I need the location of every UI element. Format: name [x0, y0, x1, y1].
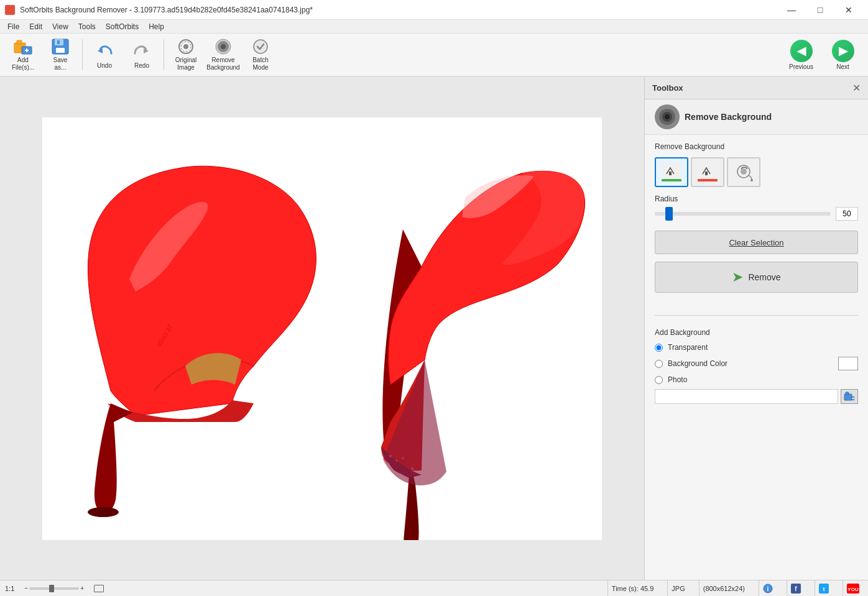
zoom-indicator: 1:1	[5, 585, 14, 592]
menu-edit[interactable]: Edit	[24, 20, 47, 34]
minimize-button[interactable]: —	[777, 0, 806, 20]
share-facebook-button[interactable]: f	[787, 580, 805, 596]
svg-point-38	[741, 168, 747, 175]
save-as-label: Save as...	[53, 57, 68, 71]
menu-help[interactable]: Help	[144, 20, 169, 34]
svg-rect-35	[698, 179, 718, 181]
remove-background-button[interactable]: Remove Background	[205, 35, 241, 74]
zoom-plus-button[interactable]: +	[80, 585, 84, 592]
photo-radio[interactable]	[655, 376, 663, 384]
original-image-icon	[176, 38, 196, 55]
dimensions-status: (800x612x24)	[699, 580, 749, 596]
photo-path-row	[655, 389, 858, 404]
zoom-track[interactable]	[29, 587, 79, 590]
remove-arrow-icon: ➤	[732, 269, 743, 285]
background-color-option: Background Color	[655, 357, 858, 370]
previous-button[interactable]: ◀ Previous	[781, 35, 821, 74]
radius-value: 50	[836, 207, 858, 221]
photo-label[interactable]: Photo	[668, 375, 687, 384]
radius-slider[interactable]	[655, 212, 831, 216]
photo-path-input[interactable]	[655, 389, 838, 404]
close-button[interactable]: ✕	[834, 0, 863, 20]
remove-bg-label: Remove Background	[206, 57, 239, 71]
section-divider	[655, 315, 858, 316]
svg-point-19	[88, 507, 119, 517]
auto-remove-button[interactable]	[727, 157, 760, 187]
svg-point-12	[183, 44, 188, 49]
toolbox-close-button[interactable]: ✕	[852, 82, 861, 94]
canvas-image: 40/43 37	[42, 117, 602, 540]
toolbox-header: Toolbox ✕	[645, 77, 868, 99]
title-bar: SoftOrbits Background Remover - 3.109773…	[0, 0, 868, 20]
maximize-button[interactable]: □	[806, 0, 834, 20]
remove-bg-toolbar-icon	[213, 38, 233, 55]
svg-rect-8	[57, 40, 60, 44]
zoom-ratio: 1:1	[5, 585, 14, 592]
remove-button[interactable]: ➤ Remove	[655, 262, 858, 293]
transparent-label[interactable]: Transparent	[668, 343, 708, 352]
next-label: Next	[836, 63, 849, 70]
redo-button[interactable]: Redo	[124, 35, 160, 74]
background-color-radio[interactable]	[655, 360, 663, 368]
svg-rect-33	[698, 163, 718, 179]
remove-background-section-header: Remove Background	[645, 99, 868, 135]
time-status: Time (s): 45.9	[607, 580, 657, 596]
menu-softorbits[interactable]: SoftOrbits	[101, 20, 144, 34]
red-brush-button[interactable]	[691, 157, 724, 187]
toolbox-title: Toolbox	[652, 83, 683, 93]
original-image-label: Original Image	[175, 57, 196, 71]
zoom-minus-button[interactable]: −	[24, 585, 28, 592]
toolbar-sep-2	[164, 39, 164, 70]
slider-thumb[interactable]	[665, 207, 673, 221]
svg-rect-1	[17, 40, 22, 44]
menu-view[interactable]: View	[47, 20, 73, 34]
undo-icon	[95, 41, 114, 61]
share-youtube-button[interactable]: YOU	[843, 580, 863, 596]
previous-label: Previous	[789, 63, 813, 70]
add-files-button[interactable]: Add File(s)...	[5, 35, 41, 74]
menu-file[interactable]: File	[2, 20, 24, 34]
svg-point-39	[750, 179, 753, 181]
remove-background-heading: Remove Background	[685, 112, 772, 122]
green-brush-button[interactable]	[655, 157, 688, 187]
info-button[interactable]: i	[759, 580, 777, 596]
app-icon	[5, 5, 15, 15]
radius-section: Radius 50	[655, 195, 858, 221]
svg-point-17	[254, 40, 267, 53]
svg-text:t: t	[823, 586, 825, 592]
remove-background-tool-icon	[655, 104, 680, 129]
svg-point-29	[665, 114, 670, 119]
transparent-radio[interactable]	[655, 344, 663, 352]
previous-icon: ◀	[790, 40, 813, 62]
save-as-button[interactable]: Save as...	[42, 35, 78, 74]
svg-rect-34	[705, 172, 708, 175]
background-color-label[interactable]: Background Color	[668, 359, 727, 368]
color-swatch[interactable]	[838, 357, 858, 370]
format-status: JPG	[667, 580, 688, 596]
batch-mode-button[interactable]: Batch Mode	[242, 35, 279, 74]
clear-selection-button[interactable]: Clear Selection	[655, 231, 858, 254]
share-twitter-button[interactable]: t	[815, 580, 833, 596]
svg-rect-31	[669, 172, 672, 175]
undo-button[interactable]: Undo	[86, 35, 122, 74]
menu-tools[interactable]: Tools	[73, 20, 101, 34]
original-image-button[interactable]: Original Image	[168, 35, 204, 74]
next-icon: ▶	[832, 40, 854, 62]
next-button[interactable]: ▶ Next	[823, 35, 863, 74]
add-background-title: Add Background	[655, 328, 858, 337]
zoom-thumb[interactable]	[49, 585, 54, 592]
main-content: 40/43 37	[0, 77, 868, 580]
toolbox-panel: Toolbox ✕ Remove Background Remove Backg…	[644, 77, 868, 580]
svg-rect-32	[662, 179, 681, 181]
zoom-slider-container: − +	[24, 585, 84, 592]
radius-label: Radius	[655, 195, 858, 203]
canvas-area[interactable]: 40/43 37	[0, 77, 644, 580]
fit-view-icon[interactable]	[94, 585, 104, 592]
remove-label: Remove	[748, 272, 780, 282]
svg-point-16	[221, 44, 226, 49]
svg-text:YOU: YOU	[847, 587, 859, 592]
photo-browse-button[interactable]	[841, 389, 858, 404]
toolbox-content: Remove Background	[645, 135, 868, 310]
batch-mode-icon	[251, 38, 270, 55]
svg-text:i: i	[767, 585, 769, 592]
